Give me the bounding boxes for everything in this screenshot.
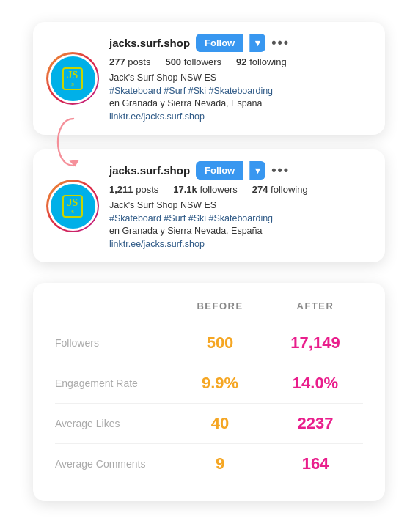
comparison-header: BEFORE AFTER bbox=[55, 300, 363, 311]
following-count-before: 92 bbox=[236, 56, 246, 67]
username-before: jacks.surf.shop bbox=[109, 37, 190, 49]
row-after-0: 17,149 bbox=[268, 333, 363, 352]
bio-hashtags-before: #Skateboard #Surf #Ski #Skateboarding bbox=[109, 86, 273, 96]
profile-bio-before: Jack's Surf Shop NSW ES #Skateboard #Sur… bbox=[109, 72, 372, 123]
row-before-2: 40 bbox=[172, 414, 268, 433]
row-after-2: 2237 bbox=[268, 414, 363, 433]
posts-count-before: 277 bbox=[109, 56, 125, 67]
followers-count-before: 500 bbox=[165, 56, 181, 67]
bio-location-after: en Granada y Sierra Nevada, España bbox=[109, 226, 262, 236]
posts-count-after: 1,211 bbox=[109, 184, 133, 195]
avatar-before: JS s bbox=[46, 52, 99, 105]
comparison-card: BEFORE AFTER Followers 500 17,149 Engage… bbox=[33, 283, 385, 501]
bio-link-after[interactable]: linktr.ee/jacks.surf.shop bbox=[109, 239, 205, 249]
row-label-2: Average Likes bbox=[55, 418, 172, 429]
row-before-3: 9 bbox=[172, 454, 268, 473]
col-before-label: BEFORE bbox=[172, 300, 268, 311]
follow-dropdown-before[interactable]: ▾ bbox=[249, 34, 265, 52]
more-button-after[interactable]: ••• bbox=[271, 163, 290, 178]
bio-name-after: Jack's Surf Shop NSW ES bbox=[109, 200, 216, 210]
followers-count-after: 17.1k bbox=[173, 184, 197, 195]
row-before-0: 500 bbox=[172, 333, 268, 352]
row-after-3: 164 bbox=[268, 454, 363, 473]
follow-button-after[interactable]: Follow bbox=[196, 161, 243, 180]
row-after-1: 14.0% bbox=[268, 374, 363, 393]
username-after: jacks.surf.shop bbox=[109, 164, 190, 177]
profile-stats-before: 277 posts 500 followers 92 following bbox=[109, 56, 372, 67]
row-label-0: Followers bbox=[55, 337, 172, 349]
avatar-after: JS s bbox=[46, 180, 99, 232]
profile-header-before: JS s jacks.surf.shop Follow ▾ ••• 277 po… bbox=[46, 34, 372, 123]
profile-bio-after: Jack's Surf Shop NSW ES #Skateboard #Sur… bbox=[109, 199, 372, 251]
comparison-row: Followers 500 17,149 bbox=[55, 323, 363, 363]
profile-header-after: JS s jacks.surf.shop Follow ▾ ••• 1,211 … bbox=[46, 161, 372, 251]
follow-button-before[interactable]: Follow bbox=[196, 34, 243, 52]
profile-stats-after: 1,211 posts 17.1k followers 274 followin… bbox=[109, 184, 372, 195]
bio-name-before: Jack's Surf Shop NSW ES bbox=[109, 73, 216, 83]
col-after-label: AFTER bbox=[268, 300, 363, 311]
profile-info-before: jacks.surf.shop Follow ▾ ••• 277 posts 5… bbox=[109, 34, 372, 123]
more-button-before[interactable]: ••• bbox=[271, 35, 290, 51]
bio-location-before: en Granada y Sierra Nevada, España bbox=[109, 98, 262, 108]
comparison-rows: Followers 500 17,149 Engagement Rate 9.9… bbox=[55, 323, 363, 484]
comparison-row: Engagement Rate 9.9% 14.0% bbox=[55, 363, 363, 403]
row-label-3: Average Comments bbox=[55, 458, 172, 470]
row-before-1: 9.9% bbox=[172, 374, 268, 393]
comparison-row: Average Likes 40 2237 bbox=[55, 403, 363, 443]
bio-hashtags-after: #Skateboard #Surf #Ski #Skateboarding bbox=[109, 213, 273, 223]
curved-arrow-icon bbox=[43, 113, 87, 171]
profile-info-after: jacks.surf.shop Follow ▾ ••• 1,211 posts… bbox=[109, 161, 372, 251]
comparison-row: Average Comments 9 164 bbox=[55, 443, 363, 484]
following-count-after: 274 bbox=[252, 184, 268, 195]
row-label-1: Engagement Rate bbox=[55, 377, 172, 389]
bio-link-before[interactable]: linktr.ee/jacks.surf.shop bbox=[109, 111, 205, 122]
follow-dropdown-after[interactable]: ▾ bbox=[249, 161, 265, 180]
